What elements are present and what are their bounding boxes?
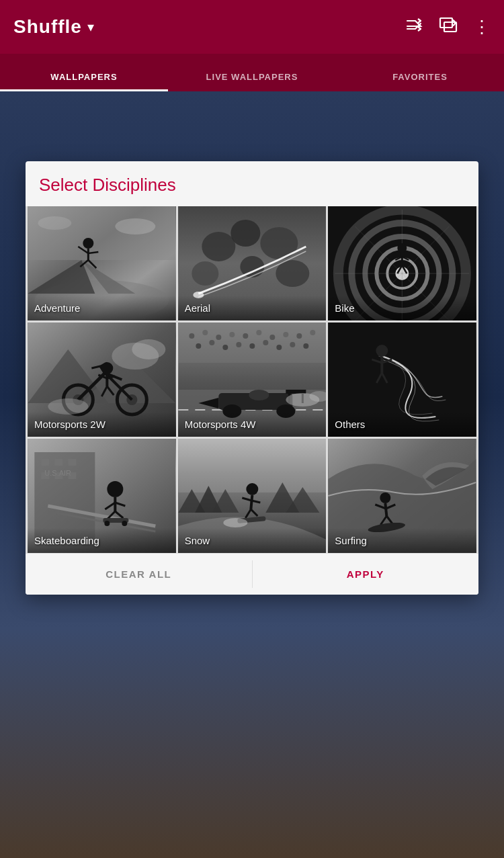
svg-point-125 bbox=[122, 521, 127, 526]
svg-point-74 bbox=[269, 335, 275, 340]
surfing-label: Surfing bbox=[328, 528, 476, 553]
tab-wallpapers[interactable]: WALLPAPERS bbox=[0, 72, 168, 91]
discipline-adventure[interactable]: Adventure bbox=[28, 206, 176, 320]
refresh-icon[interactable] bbox=[438, 15, 458, 40]
dropdown-arrow-icon[interactable]: ▾ bbox=[87, 19, 94, 35]
svg-rect-110 bbox=[54, 459, 62, 466]
svg-point-68 bbox=[189, 333, 194, 339]
discipline-surfing[interactable]: Surfing bbox=[328, 439, 476, 553]
discipline-motorsports4w[interactable]: Motorsports 4W bbox=[178, 323, 327, 437]
snow-label: Snow bbox=[178, 528, 327, 553]
svg-point-84 bbox=[276, 345, 282, 350]
clear-all-button[interactable]: CLEAR ALL bbox=[26, 554, 252, 595]
svg-point-142 bbox=[380, 492, 391, 503]
svg-rect-67 bbox=[178, 323, 326, 363]
svg-point-20 bbox=[276, 260, 309, 287]
svg-point-14 bbox=[38, 216, 71, 230]
svg-point-72 bbox=[243, 333, 248, 339]
svg-rect-3 bbox=[28, 206, 175, 260]
app-title: Shuffle bbox=[13, 16, 82, 38]
svg-point-140 bbox=[223, 518, 247, 527]
svg-point-73 bbox=[256, 330, 261, 335]
svg-rect-112 bbox=[41, 472, 49, 479]
motorsports4w-label: Motorsports 4W bbox=[178, 412, 327, 437]
tabs-bar: WALLPAPERS LIVE WALLPAPERS FAVORITES bbox=[0, 54, 504, 91]
header-icons: ⋮ bbox=[405, 15, 491, 40]
discipline-aerial[interactable]: Aerial bbox=[178, 206, 327, 320]
svg-point-124 bbox=[104, 521, 110, 526]
discipline-others[interactable]: Others bbox=[328, 323, 476, 437]
svg-rect-113 bbox=[54, 472, 62, 479]
motorsports2w-label: Motorsports 2W bbox=[28, 412, 176, 437]
skateboarding-label: Skateboarding bbox=[28, 528, 176, 553]
svg-point-13 bbox=[115, 218, 155, 234]
app-title-area: Shuffle ▾ bbox=[13, 16, 94, 38]
svg-point-48 bbox=[132, 339, 165, 359]
adventure-label: Adventure bbox=[28, 296, 176, 320]
others-label: Others bbox=[328, 412, 476, 437]
svg-point-18 bbox=[260, 227, 298, 259]
more-options-icon[interactable]: ⋮ bbox=[473, 17, 491, 38]
dialog-footer: CLEAR ALL APPLY bbox=[26, 553, 478, 595]
apply-button[interactable]: APPLY bbox=[253, 554, 479, 595]
svg-point-83 bbox=[263, 340, 268, 345]
svg-point-17 bbox=[230, 220, 260, 247]
svg-point-77 bbox=[310, 330, 315, 335]
svg-point-100 bbox=[376, 345, 388, 357]
discipline-grid: Adventure bbox=[26, 206, 478, 553]
svg-point-96 bbox=[249, 390, 269, 400]
top-bar: Shuffle ▾ ⋮ bbox=[0, 0, 504, 54]
svg-point-69 bbox=[202, 330, 208, 335]
svg-point-76 bbox=[296, 333, 302, 339]
svg-rect-114 bbox=[68, 472, 76, 479]
svg-point-86 bbox=[303, 343, 308, 349]
svg-line-143 bbox=[386, 503, 387, 516]
discipline-motorsports2w[interactable]: Motorsports 2W bbox=[28, 323, 176, 437]
tab-favorites[interactable]: FAVORITES bbox=[336, 72, 504, 91]
discipline-skateboarding[interactable]: U.S.AIR bbox=[28, 439, 176, 553]
svg-point-133 bbox=[246, 483, 258, 495]
discipline-dialog: Select Disciplines bbox=[26, 161, 478, 595]
shuffle-icon[interactable] bbox=[405, 15, 423, 39]
svg-point-85 bbox=[290, 342, 295, 347]
svg-point-79 bbox=[209, 340, 214, 345]
svg-point-75 bbox=[283, 332, 288, 337]
svg-point-19 bbox=[192, 261, 218, 286]
dialog-title: Select Disciplines bbox=[26, 161, 478, 206]
discipline-bike[interactable]: Bike bbox=[328, 206, 476, 320]
svg-point-117 bbox=[107, 481, 123, 497]
svg-point-78 bbox=[196, 343, 201, 349]
bike-label: Bike bbox=[328, 296, 476, 320]
svg-rect-111 bbox=[68, 459, 76, 466]
svg-point-38 bbox=[398, 243, 407, 253]
svg-point-80 bbox=[222, 345, 228, 350]
svg-point-70 bbox=[216, 335, 221, 340]
svg-point-81 bbox=[236, 342, 241, 347]
svg-point-71 bbox=[229, 332, 235, 337]
svg-point-7 bbox=[83, 238, 93, 249]
svg-point-21 bbox=[240, 256, 264, 277]
svg-line-134 bbox=[251, 495, 252, 509]
svg-point-16 bbox=[202, 232, 235, 261]
discipline-snow[interactable]: Snow bbox=[178, 439, 327, 553]
svg-rect-109 bbox=[41, 459, 49, 466]
svg-point-59 bbox=[101, 362, 113, 374]
svg-point-82 bbox=[249, 343, 255, 349]
tab-live-wallpapers[interactable]: LIVE WALLPAPERS bbox=[168, 72, 336, 91]
aerial-label: Aerial bbox=[178, 296, 327, 320]
